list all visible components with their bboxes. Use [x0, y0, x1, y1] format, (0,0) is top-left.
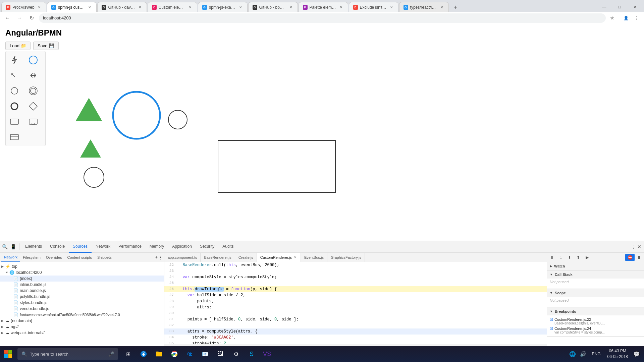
devtools-tab-sources[interactable]: Sources: [69, 241, 92, 253]
editor-tab-eventbus[interactable]: EventBus.js: [301, 253, 327, 262]
tab-exclude[interactable]: E Exclude isn't w... ✕: [349, 2, 398, 12]
tab-custom-elements[interactable]: C Custom eleme... ✕: [148, 2, 197, 12]
sources-subtab-content-scripts[interactable]: Content scripts: [65, 253, 95, 262]
tree-item-ng[interactable]: ▶ ☁ ng://: [0, 324, 164, 330]
tree-item-vendor[interactable]: 📄 vendor.bundle.js: [0, 306, 164, 312]
search-box[interactable]: 🔍 Type here to search 🎤: [17, 348, 118, 360]
taskbar-icon-photos[interactable]: 🖼: [213, 346, 228, 362]
account-button[interactable]: 👤: [621, 13, 631, 23]
taskbar-icon-chrome[interactable]: [167, 346, 182, 362]
taskbar-icon-settings[interactable]: ⚙: [229, 346, 244, 362]
editor-tab-app-component[interactable]: app.component.ts: [164, 253, 201, 262]
palette-item-circle-thin[interactable]: [7, 83, 22, 98]
shape-rectangle[interactable]: [217, 140, 336, 193]
devtools-tab-audits[interactable]: Audits: [218, 241, 237, 253]
tab-github-bpmn[interactable]: G GitHub - bpmn... ✕: [248, 2, 298, 12]
devtools-close-btn[interactable]: ✕: [637, 244, 641, 249]
breakpoint-checkbox-2[interactable]: ☑: [550, 326, 553, 331]
tab-types-react[interactable]: G types/react/ind... ✕: [399, 2, 449, 12]
taskbar-icon-skype[interactable]: S: [244, 346, 259, 362]
window-minimize-button[interactable]: —: [596, 1, 612, 12]
taskbar-icon-edge[interactable]: [136, 346, 151, 362]
tree-item-index[interactable]: 📄 (index): [0, 276, 164, 282]
taskbar-icon-task-view[interactable]: ⊞: [121, 346, 136, 362]
palette-item-event[interactable]: [7, 53, 22, 67]
devtools-tab-memory[interactable]: Memory: [146, 241, 168, 253]
editor-tab-graphics-factory[interactable]: GraphicsFactory.js: [327, 253, 365, 262]
editor-tab-custom-renderer[interactable]: CustomRenderer.js ✕: [257, 253, 301, 262]
shape-circle-bottom[interactable]: [83, 167, 105, 188]
call-stack-header[interactable]: ▼ Call Stack: [547, 270, 644, 279]
palette-item-subprocess[interactable]: [26, 114, 41, 129]
devtools-tab-application[interactable]: Application: [168, 241, 196, 253]
editor-tab-base-renderer[interactable]: BaseRenderer.js: [201, 253, 235, 262]
window-close-button[interactable]: ✕: [627, 1, 643, 12]
tab-github-davcs[interactable]: G GitHub - davcs... ✕: [97, 2, 147, 12]
devtools-device-btn[interactable]: 📱: [10, 243, 17, 250]
tab-close-icon[interactable]: ✕: [288, 5, 293, 10]
shape-circle-small[interactable]: [168, 110, 188, 130]
devtools-tab-performance[interactable]: Performance: [114, 241, 146, 253]
palette-item-rectangle[interactable]: [7, 114, 22, 129]
devtools-tab-network[interactable]: Network: [92, 241, 114, 253]
clock[interactable]: 06:43 PM 06-05-2018: [605, 348, 631, 360]
tab-close-icon[interactable]: ✕: [439, 5, 444, 10]
code-content[interactable]: 22 BaseRenderer.call(this, eventBus, 200…: [164, 262, 547, 344]
volume-icon[interactable]: 🔊: [579, 350, 588, 359]
menu-button[interactable]: ⋮: [632, 13, 641, 23]
tree-item-main[interactable]: 📄 main.bundle.js: [0, 288, 164, 294]
tree-item-styles[interactable]: 📄 styles.bundle.js: [0, 300, 164, 306]
tree-item-webpack[interactable]: ▶ ☁ webpack-internal://: [0, 330, 164, 336]
bookmark-star-icon[interactable]: ★: [608, 13, 616, 22]
tab-close-icon[interactable]: ✕: [187, 5, 193, 10]
devtools-more-btn[interactable]: ⋮: [631, 244, 636, 250]
tree-item-polyfills[interactable]: 📄 polyfills.bundle.js: [0, 294, 164, 300]
deactivate-breakpoints-btn[interactable]: ⛔: [625, 254, 635, 261]
scope-header[interactable]: ▼ Scope: [547, 289, 644, 297]
palette-item-resize[interactable]: [26, 68, 41, 83]
tab-close-icon[interactable]: ✕: [338, 5, 344, 10]
shape-circle-large-blue[interactable]: [111, 89, 163, 141]
editor-tab-close-icon[interactable]: ✕: [293, 255, 297, 259]
microphone-icon[interactable]: 🎤: [108, 351, 114, 357]
devtools-inspect-btn[interactable]: 🔍: [1, 243, 8, 250]
network-icon[interactable]: 🌐: [568, 350, 577, 359]
tree-item-fontawesome[interactable]: 📄 fontawesome-webfont.af7ae505a9eed503f8…: [0, 312, 164, 318]
back-button[interactable]: ←: [3, 13, 12, 23]
palette-item-diamond[interactable]: [26, 99, 41, 114]
forward-button[interactable]: →: [15, 13, 24, 23]
sources-subtab-filesystem[interactable]: Filesystem: [20, 253, 43, 262]
palette-item-double-circle[interactable]: [26, 83, 41, 98]
palette-item-circle-bold[interactable]: [7, 99, 22, 114]
sources-subtab-overrides[interactable]: Overrides: [43, 253, 65, 262]
tab-close-icon[interactable]: ✕: [137, 5, 143, 10]
step-into-btn[interactable]: ⬇: [566, 254, 573, 261]
address-bar[interactable]: [39, 13, 606, 23]
sources-subtab-snippets[interactable]: Snippets: [95, 253, 114, 262]
taskbar-icon-mail[interactable]: 📧: [198, 346, 213, 362]
devtools-tab-security[interactable]: Security: [196, 241, 218, 253]
new-tab-button[interactable]: +: [451, 3, 460, 12]
tree-item-inline[interactable]: 📄 inline.bundle.js: [0, 282, 164, 288]
tab-close-icon[interactable]: ✕: [238, 5, 243, 10]
start-button[interactable]: [0, 346, 16, 362]
add-folder-btn[interactable]: +: [155, 255, 158, 260]
tab-close-icon[interactable]: ✕: [87, 5, 92, 10]
watch-section-header[interactable]: ▶ Watch: [547, 262, 644, 270]
palette-item-move[interactable]: ⤡: [7, 68, 22, 83]
palette-item-circle[interactable]: [26, 53, 41, 67]
breakpoint-checkbox-1[interactable]: ☑: [550, 317, 553, 322]
taskbar-icon-store[interactable]: 🛍: [182, 346, 197, 362]
tab-close-icon[interactable]: ✕: [389, 5, 394, 10]
editor-tab-create[interactable]: Create.js: [235, 253, 257, 262]
load-button[interactable]: Load 📁: [5, 42, 31, 50]
sources-subtab-network[interactable]: Network: [1, 253, 20, 262]
devtools-tab-console[interactable]: Console: [46, 241, 69, 253]
tab-procvisweb[interactable]: P ProcVisWeb ✕: [1, 2, 46, 12]
reload-button[interactable]: ↻: [27, 13, 36, 23]
system-icons[interactable]: ENG: [589, 350, 603, 358]
continue-btn[interactable]: ▶: [583, 254, 591, 261]
breakpoint-item-2[interactable]: ☑ CustomRenderer.js:24 var computeStyle …: [550, 326, 641, 335]
pause-btn[interactable]: ⏸: [548, 254, 556, 261]
taskbar-icon-file-explorer[interactable]: [152, 346, 166, 362]
